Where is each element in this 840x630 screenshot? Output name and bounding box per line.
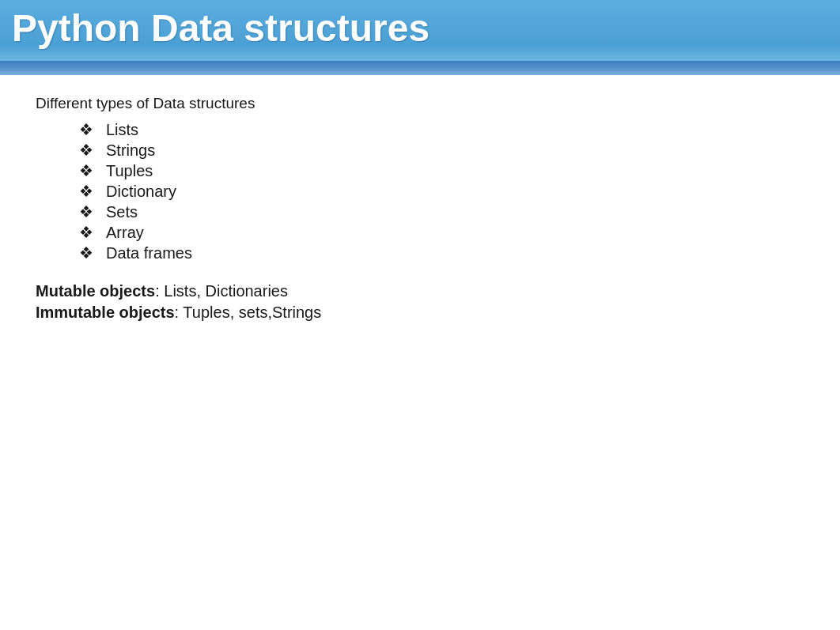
bullet-icon — [79, 120, 98, 139]
list-item: Dictionary — [79, 182, 804, 201]
bullet-icon — [79, 243, 98, 262]
bullet-icon — [79, 141, 98, 160]
list-item: Lists — [79, 120, 804, 139]
content-area: Different types of Data structures Lists… — [0, 75, 840, 345]
list-item: Tuples — [79, 161, 804, 180]
mutable-label: Mutable objects — [36, 282, 155, 300]
bullet-icon — [79, 161, 98, 180]
list-item-label: Data frames — [106, 244, 192, 262]
list-item-label: Lists — [106, 121, 138, 139]
immutable-objects-line: Immutable objects: Tuples, sets,Strings — [36, 304, 804, 322]
immutable-label: Immutable objects — [36, 304, 175, 321]
intro-text: Different types of Data structures — [36, 95, 804, 112]
list-item: Array — [79, 223, 804, 242]
list-item-label: Strings — [106, 141, 155, 160]
bullet-icon — [79, 223, 98, 242]
mutable-section: Mutable objects: Lists, Dictionaries Imm… — [36, 282, 804, 322]
list-item: Strings — [79, 141, 804, 160]
bullet-icon — [79, 182, 98, 201]
list-item: Sets — [79, 202, 804, 221]
list-item-label: Dictionary — [106, 183, 176, 201]
list-item: Data frames — [79, 243, 804, 262]
list-item-label: Array — [106, 224, 144, 242]
list-item-label: Sets — [106, 203, 138, 221]
header: Python Data structures — [0, 0, 840, 75]
bullet-icon — [79, 202, 98, 221]
list-item-label: Tuples — [106, 162, 153, 180]
data-structures-list: Lists Strings Tuples Dictionary Sets Arr… — [79, 120, 804, 262]
page-title: Python Data structures — [12, 8, 828, 50]
mutable-objects-line: Mutable objects: Lists, Dictionaries — [36, 282, 804, 300]
header-decoration — [0, 61, 840, 75]
mutable-value: : Lists, Dictionaries — [155, 282, 288, 300]
immutable-value: : Tuples, sets,Strings — [175, 304, 322, 321]
